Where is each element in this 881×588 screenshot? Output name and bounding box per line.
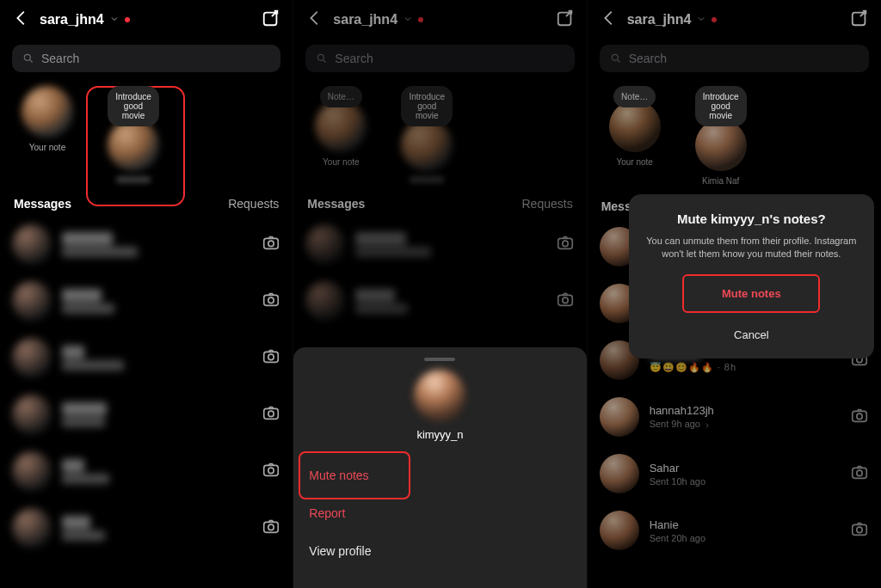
notification-dot — [125, 17, 130, 22]
dm-row[interactable]: xxxxxxxxxxxxxxxxx — [0, 329, 293, 386]
camera-icon[interactable] — [556, 290, 575, 312]
svg-rect-12 — [264, 522, 279, 532]
avatar — [12, 338, 52, 377]
dm-row[interactable]: xxxxxxxxxxxxxxxxxxxxxxxxx — [0, 216, 293, 273]
your-note-label: Your note — [29, 143, 65, 152]
your-note[interactable]: Note… Your note — [307, 86, 374, 183]
svg-point-15 — [318, 54, 324, 60]
avatar — [22, 86, 73, 138]
tab-messages[interactable]: Messages — [307, 197, 365, 211]
chevron-down-icon — [403, 12, 413, 28]
username: sara_jhn4 — [40, 12, 104, 28]
dialog-title: Mute kimyyy_n's notes? — [641, 211, 862, 226]
chevron-down-icon — [109, 12, 120, 28]
account-switcher[interactable]: sara_jhn4 — [40, 12, 130, 28]
camera-icon[interactable] — [262, 233, 280, 255]
svg-rect-18 — [558, 295, 572, 305]
mute-confirmation-dialog: Mute kimyyy_n's notes? You can unmute th… — [629, 194, 874, 358]
camera-icon[interactable] — [262, 403, 280, 426]
note-bubble: Introducegoodmovie — [401, 86, 453, 126]
dm-row[interactable]: xxxxxxxxxxxxxx — [0, 499, 293, 556]
avatar — [315, 101, 367, 152]
camera-icon[interactable] — [262, 290, 280, 312]
tutorial-highlight — [299, 451, 410, 499]
svg-point-17 — [562, 241, 567, 246]
svg-point-19 — [562, 297, 567, 303]
svg-rect-2 — [264, 238, 279, 248]
avatar — [12, 224, 52, 264]
dm-row[interactable]: xxxxxxxxxxxxxxxxx — [0, 386, 293, 443]
dm-row[interactable]: xxxxxxxxxxxxxxxxxxxxxxxxx — [293, 216, 586, 273]
tab-requests[interactable]: Requests — [228, 197, 279, 211]
dialog-body: You can unmute them from their profile. … — [641, 235, 862, 260]
back-icon[interactable] — [305, 9, 324, 31]
search-icon — [22, 52, 34, 64]
svg-rect-4 — [264, 295, 279, 305]
account-switcher[interactable]: sara_jhn4 — [333, 12, 423, 28]
compose-icon[interactable] — [556, 9, 575, 31]
avatar — [401, 119, 453, 171]
avatar — [414, 370, 465, 421]
dm-row[interactable]: xxxxxxxxxxxxxxxxxx — [0, 273, 293, 329]
camera-icon[interactable] — [262, 346, 280, 369]
note-bubble: Introduce good movie — [108, 86, 159, 126]
svg-rect-16 — [558, 238, 572, 248]
report-button[interactable]: Report — [293, 494, 586, 532]
avatar — [12, 395, 52, 434]
compose-icon[interactable] — [262, 9, 280, 31]
avatar — [12, 508, 52, 548]
sheet-username: kimyyy_n — [293, 428, 586, 441]
avatar — [12, 451, 52, 491]
svg-point-9 — [268, 411, 274, 416]
svg-rect-6 — [264, 352, 279, 362]
svg-point-3 — [268, 241, 274, 246]
svg-point-7 — [268, 354, 274, 359]
camera-icon[interactable] — [556, 233, 575, 255]
svg-rect-8 — [264, 408, 279, 419]
search-input[interactable]: Search — [305, 45, 574, 72]
svg-point-1 — [24, 54, 30, 60]
svg-point-11 — [268, 468, 274, 473]
svg-point-13 — [268, 524, 274, 530]
tab-requests[interactable]: Requests — [522, 197, 573, 211]
mute-notes-confirm-button[interactable]: Mute notes — [682, 274, 820, 313]
note-bubble: Note… — [320, 86, 362, 107]
camera-icon[interactable] — [262, 460, 280, 482]
friend-note[interactable]: Introducegoodmovie — [393, 86, 460, 183]
tab-messages[interactable]: Messages — [14, 197, 71, 211]
dm-row[interactable]: xxxxxxxxxxxxxxxxxx — [293, 273, 586, 329]
cancel-button[interactable]: Cancel — [641, 322, 862, 348]
your-note[interactable]: Your note — [14, 86, 81, 183]
avatar — [12, 281, 52, 321]
search-placeholder: Search — [41, 52, 79, 65]
dm-row[interactable]: xxxxxxxxxxxxxx — [0, 443, 293, 499]
svg-point-5 — [268, 297, 274, 303]
search-icon — [316, 52, 328, 64]
drag-handle[interactable] — [424, 358, 455, 361]
svg-rect-10 — [264, 465, 279, 475]
back-icon[interactable] — [12, 9, 31, 31]
search-input[interactable]: Search — [12, 45, 280, 72]
camera-icon[interactable] — [262, 517, 280, 539]
bottom-sheet: kimyyy_n Mute notes Report View profile — [293, 347, 586, 588]
view-profile-button[interactable]: View profile — [293, 532, 586, 570]
notification-dot — [418, 17, 423, 22]
